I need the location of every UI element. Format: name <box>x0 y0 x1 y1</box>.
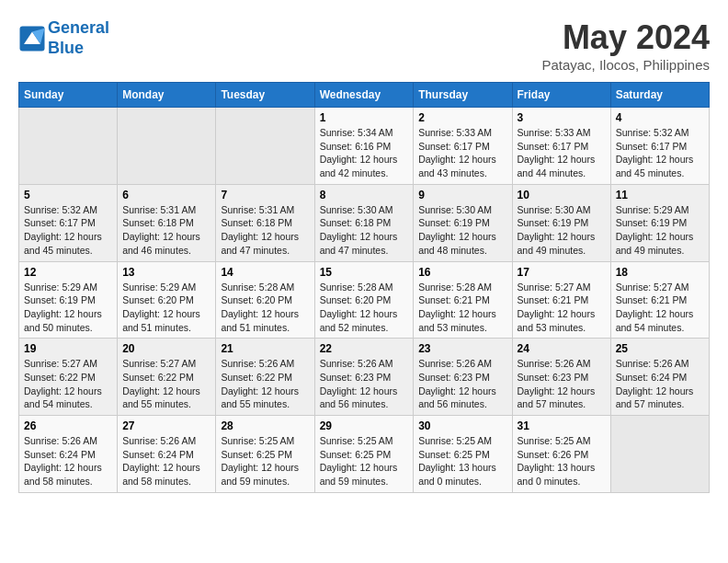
day-info: Sunrise: 5:33 AM Sunset: 6:17 PM Dayligh… <box>418 127 496 178</box>
day-info: Sunrise: 5:26 AM Sunset: 6:24 PM Dayligh… <box>616 358 694 409</box>
day-info: Sunrise: 5:34 AM Sunset: 6:16 PM Dayligh… <box>320 127 398 178</box>
weekday-header-sunday: Sunday <box>19 83 118 108</box>
calendar-cell: 5Sunrise: 5:32 AM Sunset: 6:17 PM Daylig… <box>19 184 118 261</box>
day-info: Sunrise: 5:31 AM Sunset: 6:18 PM Dayligh… <box>122 204 200 256</box>
calendar-cell: 19Sunrise: 5:27 AM Sunset: 6:22 PM Dayli… <box>19 339 118 416</box>
logo-line2: Blue <box>48 39 84 57</box>
calendar-cell: 1Sunrise: 5:34 AM Sunset: 6:16 PM Daylig… <box>314 108 414 185</box>
day-info: Sunrise: 5:26 AM Sunset: 6:23 PM Dayligh… <box>518 358 596 409</box>
day-info: Sunrise: 5:26 AM Sunset: 6:24 PM Dayligh… <box>122 435 200 487</box>
day-number: 14 <box>221 266 309 279</box>
month-title: May 2024 <box>541 18 710 57</box>
calendar-cell: 14Sunrise: 5:28 AM Sunset: 6:20 PM Dayli… <box>216 261 314 339</box>
day-info: Sunrise: 5:26 AM Sunset: 6:23 PM Dayligh… <box>418 358 496 409</box>
weekday-header-saturday: Saturday <box>610 83 709 108</box>
day-info: Sunrise: 5:30 AM Sunset: 6:19 PM Dayligh… <box>518 204 596 256</box>
day-info: Sunrise: 5:27 AM Sunset: 6:21 PM Dayligh… <box>518 282 596 333</box>
day-number: 22 <box>320 342 409 355</box>
weekday-header-wednesday: Wednesday <box>314 83 414 108</box>
calendar-cell: 30Sunrise: 5:25 AM Sunset: 6:25 PM Dayli… <box>414 416 512 493</box>
day-number: 3 <box>518 111 606 124</box>
calendar-cell: 15Sunrise: 5:28 AM Sunset: 6:20 PM Dayli… <box>314 261 414 339</box>
day-info: Sunrise: 5:29 AM Sunset: 6:19 PM Dayligh… <box>24 282 102 333</box>
calendar-cell: 6Sunrise: 5:31 AM Sunset: 6:18 PM Daylig… <box>118 184 216 261</box>
day-number: 8 <box>320 189 409 201</box>
day-number: 27 <box>122 419 210 432</box>
calendar-cell: 21Sunrise: 5:26 AM Sunset: 6:22 PM Dayli… <box>216 339 314 416</box>
day-info: Sunrise: 5:33 AM Sunset: 6:17 PM Dayligh… <box>518 127 596 178</box>
logo: General Blue <box>18 18 109 58</box>
calendar-cell: 3Sunrise: 5:33 AM Sunset: 6:17 PM Daylig… <box>512 108 610 185</box>
calendar-cell: 28Sunrise: 5:25 AM Sunset: 6:25 PM Dayli… <box>216 416 314 493</box>
logo-text: General Blue <box>48 18 109 58</box>
calendar-cell: 26Sunrise: 5:26 AM Sunset: 6:24 PM Dayli… <box>19 416 118 493</box>
day-number: 6 <box>122 189 210 201</box>
day-number: 20 <box>122 342 210 355</box>
day-info: Sunrise: 5:26 AM Sunset: 6:24 PM Dayligh… <box>24 435 102 487</box>
day-number: 17 <box>518 266 606 279</box>
day-number: 2 <box>418 111 506 124</box>
day-number: 24 <box>518 342 606 355</box>
weekday-header-monday: Monday <box>118 83 216 108</box>
calendar-week-row: 5Sunrise: 5:32 AM Sunset: 6:17 PM Daylig… <box>19 184 710 261</box>
day-number: 1 <box>320 111 409 124</box>
day-info: Sunrise: 5:29 AM Sunset: 6:20 PM Dayligh… <box>122 282 200 333</box>
calendar-cell: 17Sunrise: 5:27 AM Sunset: 6:21 PM Dayli… <box>512 261 610 339</box>
weekday-header-row: SundayMondayTuesdayWednesdayThursdayFrid… <box>19 83 710 108</box>
location: Patayac, Ilocos, Philippines <box>541 57 710 73</box>
calendar-cell <box>19 108 118 185</box>
calendar-cell: 10Sunrise: 5:30 AM Sunset: 6:19 PM Dayli… <box>512 184 610 261</box>
calendar-cell: 13Sunrise: 5:29 AM Sunset: 6:20 PM Dayli… <box>118 261 216 339</box>
day-info: Sunrise: 5:26 AM Sunset: 6:23 PM Dayligh… <box>320 358 398 409</box>
page-header: General Blue May 2024 Patayac, Ilocos, P… <box>18 18 710 73</box>
calendar-cell <box>118 108 216 185</box>
logo-line1: General <box>48 18 109 37</box>
day-info: Sunrise: 5:27 AM Sunset: 6:22 PM Dayligh… <box>122 358 200 409</box>
day-info: Sunrise: 5:29 AM Sunset: 6:19 PM Dayligh… <box>616 204 694 256</box>
calendar-cell <box>216 108 314 185</box>
calendar-cell: 29Sunrise: 5:25 AM Sunset: 6:25 PM Dayli… <box>314 416 414 493</box>
day-number: 21 <box>221 342 309 355</box>
day-info: Sunrise: 5:32 AM Sunset: 6:17 PM Dayligh… <box>24 204 102 256</box>
day-number: 9 <box>418 189 506 201</box>
day-number: 29 <box>320 419 409 432</box>
day-info: Sunrise: 5:30 AM Sunset: 6:18 PM Dayligh… <box>320 204 398 256</box>
calendar-cell: 2Sunrise: 5:33 AM Sunset: 6:17 PM Daylig… <box>414 108 512 185</box>
calendar-week-row: 12Sunrise: 5:29 AM Sunset: 6:19 PM Dayli… <box>19 261 710 339</box>
calendar-cell: 8Sunrise: 5:30 AM Sunset: 6:18 PM Daylig… <box>314 184 414 261</box>
day-info: Sunrise: 5:28 AM Sunset: 6:20 PM Dayligh… <box>320 282 398 333</box>
calendar-cell: 16Sunrise: 5:28 AM Sunset: 6:21 PM Dayli… <box>414 261 512 339</box>
day-number: 7 <box>221 189 309 201</box>
day-number: 28 <box>221 419 309 432</box>
day-info: Sunrise: 5:28 AM Sunset: 6:21 PM Dayligh… <box>418 282 496 333</box>
day-info: Sunrise: 5:25 AM Sunset: 6:25 PM Dayligh… <box>320 435 398 487</box>
weekday-header-friday: Friday <box>512 83 610 108</box>
calendar-cell: 4Sunrise: 5:32 AM Sunset: 6:17 PM Daylig… <box>610 108 709 185</box>
calendar-cell: 11Sunrise: 5:29 AM Sunset: 6:19 PM Dayli… <box>610 184 709 261</box>
day-number: 15 <box>320 266 409 279</box>
calendar-cell: 7Sunrise: 5:31 AM Sunset: 6:18 PM Daylig… <box>216 184 314 261</box>
day-info: Sunrise: 5:25 AM Sunset: 6:25 PM Dayligh… <box>418 435 496 487</box>
calendar-week-row: 19Sunrise: 5:27 AM Sunset: 6:22 PM Dayli… <box>19 339 710 416</box>
day-number: 23 <box>418 342 506 355</box>
calendar-week-row: 1Sunrise: 5:34 AM Sunset: 6:16 PM Daylig… <box>19 108 710 185</box>
day-number: 5 <box>24 189 112 201</box>
day-number: 18 <box>616 266 704 279</box>
day-info: Sunrise: 5:26 AM Sunset: 6:22 PM Dayligh… <box>221 358 299 409</box>
calendar-cell: 9Sunrise: 5:30 AM Sunset: 6:19 PM Daylig… <box>414 184 512 261</box>
day-number: 16 <box>418 266 506 279</box>
day-number: 13 <box>122 266 210 279</box>
day-info: Sunrise: 5:28 AM Sunset: 6:20 PM Dayligh… <box>221 282 299 333</box>
calendar-week-row: 26Sunrise: 5:26 AM Sunset: 6:24 PM Dayli… <box>19 416 710 493</box>
day-number: 4 <box>616 111 704 124</box>
calendar-cell: 24Sunrise: 5:26 AM Sunset: 6:23 PM Dayli… <box>512 339 610 416</box>
calendar-cell: 18Sunrise: 5:27 AM Sunset: 6:21 PM Dayli… <box>610 261 709 339</box>
weekday-header-thursday: Thursday <box>414 83 512 108</box>
day-info: Sunrise: 5:27 AM Sunset: 6:21 PM Dayligh… <box>616 282 694 333</box>
day-number: 26 <box>24 419 112 432</box>
calendar-cell: 23Sunrise: 5:26 AM Sunset: 6:23 PM Dayli… <box>414 339 512 416</box>
day-info: Sunrise: 5:32 AM Sunset: 6:17 PM Dayligh… <box>616 127 694 178</box>
calendar-table: SundayMondayTuesdayWednesdayThursdayFrid… <box>18 82 710 493</box>
day-info: Sunrise: 5:31 AM Sunset: 6:18 PM Dayligh… <box>221 204 299 256</box>
day-number: 31 <box>518 419 606 432</box>
